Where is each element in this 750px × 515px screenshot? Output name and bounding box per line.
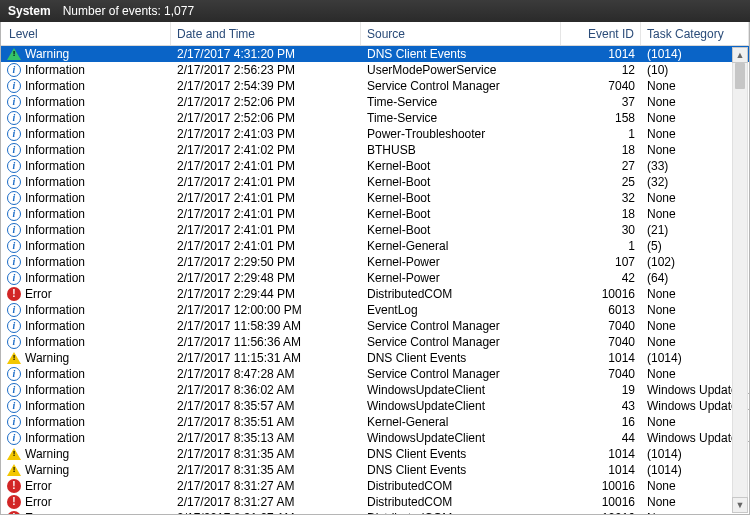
level-label: Information	[25, 383, 85, 397]
event-rows[interactable]: Warning2/17/2017 4:31:20 PMDNS Client Ev…	[1, 46, 749, 514]
table-row[interactable]: iInformation2/17/2017 2:29:50 PMKernel-P…	[1, 254, 749, 270]
table-row[interactable]: iInformation2/17/2017 2:56:23 PMUserMode…	[1, 62, 749, 78]
cell-event-id: 7040	[561, 334, 641, 350]
cell-source: DNS Client Events	[361, 462, 561, 478]
cell-date: 2/17/2017 2:41:01 PM	[171, 222, 361, 238]
table-row[interactable]: iInformation2/17/2017 11:58:39 AMService…	[1, 318, 749, 334]
level-label: Warning	[25, 351, 69, 365]
cell-event-id: 10016	[561, 494, 641, 510]
cell-event-id: 30	[561, 222, 641, 238]
table-row[interactable]: iInformation2/17/2017 11:56:36 AMService…	[1, 334, 749, 350]
table-row[interactable]: iInformation2/17/2017 2:54:39 PMService …	[1, 78, 749, 94]
level-label: Information	[25, 255, 85, 269]
level-label: Information	[25, 399, 85, 413]
cell-event-id: 10016	[561, 510, 641, 514]
table-row[interactable]: iInformation2/17/2017 2:52:06 PMTime-Ser…	[1, 94, 749, 110]
cell-date: 2/17/2017 8:31:35 AM	[171, 462, 361, 478]
scrollbar-thumb[interactable]	[735, 63, 745, 89]
level-label: Error	[25, 287, 52, 301]
table-row[interactable]: Warning2/17/2017 8:31:35 AMDNS Client Ev…	[1, 462, 749, 478]
scroll-down-button[interactable]: ▼	[732, 497, 748, 513]
level-label: Warning	[25, 463, 69, 477]
table-row[interactable]: iInformation2/17/2017 2:41:01 PMKernel-B…	[1, 222, 749, 238]
table-row[interactable]: iInformation2/17/2017 12:00:00 PMEventLo…	[1, 302, 749, 318]
cell-event-id: 7040	[561, 78, 641, 94]
table-row[interactable]: Warning2/17/2017 4:31:20 PMDNS Client Ev…	[1, 46, 749, 62]
info-icon: i	[7, 415, 21, 429]
column-header-level[interactable]: Level	[1, 22, 171, 45]
cell-event-id: 27	[561, 158, 641, 174]
column-header-task-category[interactable]: Task Category	[641, 22, 749, 45]
table-row[interactable]: iInformation2/17/2017 2:41:01 PMKernel-B…	[1, 190, 749, 206]
table-row[interactable]: iInformation2/17/2017 2:52:06 PMTime-Ser…	[1, 110, 749, 126]
cell-level: iInformation	[1, 62, 171, 78]
table-row[interactable]: iInformation2/17/2017 2:41:01 PMKernel-B…	[1, 158, 749, 174]
cell-date: 2/17/2017 8:35:51 AM	[171, 414, 361, 430]
cell-event-id: 1	[561, 238, 641, 254]
column-header-row: Level Date and Time Source Event ID Task…	[1, 22, 749, 46]
table-row[interactable]: iInformation2/17/2017 2:41:01 PMKernel-G…	[1, 238, 749, 254]
cell-event-id: 12	[561, 62, 641, 78]
cell-event-id: 1	[561, 126, 641, 142]
info-icon: i	[7, 399, 21, 413]
table-row[interactable]: Warning2/17/2017 8:31:35 AMDNS Client Ev…	[1, 446, 749, 462]
cell-level: iInformation	[1, 158, 171, 174]
table-row[interactable]: !Error2/17/2017 8:31:27 AMDistributedCOM…	[1, 494, 749, 510]
level-label: Information	[25, 95, 85, 109]
level-label: Warning	[25, 47, 69, 61]
cell-level: iInformation	[1, 94, 171, 110]
table-row[interactable]: iInformation2/17/2017 2:29:48 PMKernel-P…	[1, 270, 749, 286]
table-row[interactable]: iInformation2/17/2017 8:35:57 AMWindowsU…	[1, 398, 749, 414]
table-row[interactable]: !Error2/17/2017 2:29:44 PMDistributedCOM…	[1, 286, 749, 302]
cell-source: DistributedCOM	[361, 286, 561, 302]
table-row[interactable]: iInformation2/17/2017 8:47:28 AMService …	[1, 366, 749, 382]
column-header-date[interactable]: Date and Time	[171, 22, 361, 45]
cell-source: Kernel-Boot	[361, 174, 561, 190]
column-header-source[interactable]: Source	[361, 22, 561, 45]
table-row[interactable]: iInformation2/17/2017 8:36:02 AMWindowsU…	[1, 382, 749, 398]
cell-event-id: 6013	[561, 302, 641, 318]
cell-level: !Error	[1, 510, 171, 514]
cell-level: iInformation	[1, 110, 171, 126]
table-row[interactable]: !Error2/17/2017 8:31:27 AMDistributedCOM…	[1, 478, 749, 494]
info-icon: i	[7, 159, 21, 173]
cell-date: 2/17/2017 2:52:06 PM	[171, 94, 361, 110]
cell-level: iInformation	[1, 366, 171, 382]
cell-source: DistributedCOM	[361, 510, 561, 514]
table-row[interactable]: iInformation2/17/2017 2:41:01 PMKernel-B…	[1, 206, 749, 222]
error-icon: !	[7, 479, 21, 493]
table-row[interactable]: Warning2/17/2017 11:15:31 AMDNS Client E…	[1, 350, 749, 366]
cell-source: Kernel-Boot	[361, 158, 561, 174]
table-row[interactable]: iInformation2/17/2017 2:41:02 PMBTHUSB18…	[1, 142, 749, 158]
cell-source: DNS Client Events	[361, 46, 561, 62]
cell-event-id: 32	[561, 190, 641, 206]
cell-level: iInformation	[1, 414, 171, 430]
table-row[interactable]: iInformation2/17/2017 2:41:01 PMKernel-B…	[1, 174, 749, 190]
scroll-up-button[interactable]: ▲	[732, 47, 748, 63]
cell-level: iInformation	[1, 206, 171, 222]
cell-event-id: 158	[561, 110, 641, 126]
cell-level: iInformation	[1, 318, 171, 334]
table-row[interactable]: iInformation2/17/2017 2:41:03 PMPower-Tr…	[1, 126, 749, 142]
info-icon: i	[7, 431, 21, 445]
warning-icon	[7, 352, 21, 364]
cell-date: 2/17/2017 11:56:36 AM	[171, 334, 361, 350]
cell-date: 2/17/2017 2:56:23 PM	[171, 62, 361, 78]
cell-source: Time-Service	[361, 110, 561, 126]
table-row[interactable]: iInformation2/17/2017 8:35:51 AMKernel-G…	[1, 414, 749, 430]
table-row[interactable]: iInformation2/17/2017 8:35:13 AMWindowsU…	[1, 430, 749, 446]
info-icon: i	[7, 63, 21, 77]
cell-event-id: 37	[561, 94, 641, 110]
cell-level: iInformation	[1, 238, 171, 254]
cell-date: 2/17/2017 2:41:01 PM	[171, 238, 361, 254]
cell-source: Kernel-Power	[361, 254, 561, 270]
cell-level: iInformation	[1, 382, 171, 398]
scrollbar-track[interactable]	[732, 63, 748, 497]
column-header-event-id[interactable]: Event ID	[561, 22, 641, 45]
level-label: Information	[25, 111, 85, 125]
table-row[interactable]: !Error2/17/2017 8:31:27 AMDistributedCOM…	[1, 510, 749, 514]
cell-event-id: 107	[561, 254, 641, 270]
level-label: Error	[25, 511, 52, 514]
error-icon: !	[7, 495, 21, 509]
level-label: Error	[25, 479, 52, 493]
